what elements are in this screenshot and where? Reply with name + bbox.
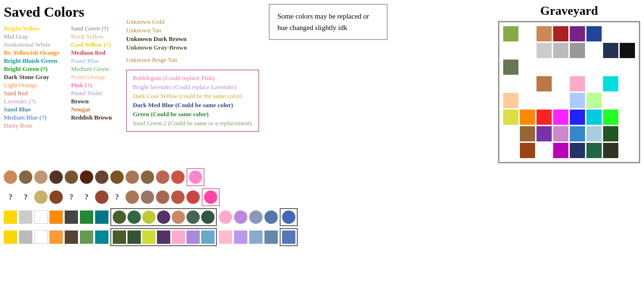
swatch [19, 170, 32, 184]
graveyard-cell [537, 110, 552, 125]
graveyard-cell [553, 60, 568, 75]
color-label: Reddish Brown [71, 114, 112, 121]
replacement-label: Sand Green 2 (Could be same or a replace… [133, 120, 253, 127]
swatch-square [219, 230, 232, 244]
swatch [264, 210, 278, 224]
color-label: Br. Yellowish Orange [4, 49, 59, 57]
swatch-square [127, 230, 141, 244]
swatch [201, 210, 215, 224]
graveyard-cell [586, 60, 602, 75]
swatch-question: ? [65, 190, 78, 204]
graveyard-cell [586, 43, 602, 58]
graveyard-cell [603, 126, 618, 141]
graveyard-cell [553, 110, 568, 125]
graveyard-cell [537, 43, 552, 58]
bottom-row4 [4, 228, 640, 246]
graveyard-cell [520, 126, 535, 141]
color-label: Brown [71, 98, 112, 105]
graveyard-cell [570, 26, 585, 41]
graveyard-cell [620, 93, 635, 108]
swatch [234, 210, 247, 224]
graveyard-cell [603, 26, 618, 41]
bottom-row3 [4, 208, 640, 226]
swatch-square [157, 230, 170, 244]
graveyard-cell [503, 110, 518, 125]
swatch [219, 210, 232, 224]
graveyard-cell [520, 93, 535, 108]
color-label: Unknown Gold [126, 18, 259, 26]
swatch [189, 170, 202, 184]
bottom-circles-row2: ? ? ? ? ? [4, 188, 640, 206]
color-label: Medium Green [71, 65, 112, 73]
graveyard-cell [603, 110, 618, 125]
graveyard-cell [553, 43, 568, 58]
graveyard-title: Graveyard [498, 4, 640, 18]
graveyard-cell [620, 126, 635, 141]
graveyard-cell [603, 143, 618, 158]
swatch [171, 190, 185, 204]
graveyard-cell [520, 60, 535, 75]
graveyard-cell [553, 26, 568, 41]
graveyard-cell [503, 126, 518, 141]
graveyard-cell [620, 76, 635, 91]
unknown-colors: Unknown Gold Unknown Tan Unknown Dark Br… [126, 18, 259, 64]
swatch [110, 170, 124, 184]
graveyard-cell [620, 110, 635, 125]
graveyard-cell [503, 43, 518, 58]
swatch-square [186, 230, 200, 244]
color-label: Dusty Rose [4, 122, 59, 130]
graveyard-cell [620, 60, 635, 75]
swatch-question: ? [4, 190, 17, 204]
swatch-square [49, 230, 63, 244]
swatch [34, 170, 48, 184]
color-label: Bright Green (?) [4, 65, 59, 73]
color-label: Sand Green (?) [71, 25, 112, 32]
graveyard-cell [553, 76, 568, 91]
swatch [186, 190, 200, 204]
swatch [142, 210, 156, 224]
swatch-question: ? [110, 190, 124, 204]
swatch-square [201, 230, 215, 244]
swatch-square [234, 230, 247, 244]
color-label: Sand Red [4, 90, 59, 97]
color-label: Unknown Tan [126, 27, 259, 34]
bottom-swatches: ? ? ? ? ? [4, 168, 640, 246]
swatch-square [80, 230, 93, 244]
color-label: Unknown Dark Brown [126, 35, 259, 43]
color-label: Medium Blue (?) [4, 114, 59, 121]
graveyard-cell [570, 143, 585, 158]
swatch-square [4, 210, 17, 224]
swatch-square [19, 230, 32, 244]
graveyard-cell [503, 76, 518, 91]
color-label: Institutional White [4, 41, 59, 49]
swatch [204, 190, 217, 204]
graveyard-grid [503, 26, 635, 158]
graveyard-cell [503, 143, 518, 158]
swatch [4, 170, 17, 184]
swatch-square [95, 210, 108, 224]
graveyard-cell [537, 26, 552, 41]
graveyard-cell [603, 60, 618, 75]
graveyard-cell [570, 43, 585, 58]
color-label: Lavender (?) [4, 98, 59, 105]
graveyard-cell [586, 93, 602, 108]
color-label: Cool Yellow (?) [71, 41, 112, 49]
color-label: Bright Bluish Green [4, 57, 59, 65]
swatch [156, 170, 169, 184]
graveyard-cell [570, 93, 585, 108]
swatch [157, 210, 170, 224]
swatch-square [4, 230, 17, 244]
swatch [113, 210, 126, 224]
graveyard-cell [520, 43, 535, 58]
swatch [126, 170, 139, 184]
swatch [49, 190, 63, 204]
swatch-square [113, 230, 126, 244]
swatch [172, 210, 185, 224]
swatch-square [264, 230, 278, 244]
graveyard-cell [537, 60, 552, 75]
color-label: Pastel Orange [71, 73, 112, 81]
graveyard-cell [620, 143, 635, 158]
graveyard-cell [537, 143, 552, 158]
color-label: Nougat [71, 106, 112, 113]
color-label: Pink (?) [71, 81, 112, 89]
